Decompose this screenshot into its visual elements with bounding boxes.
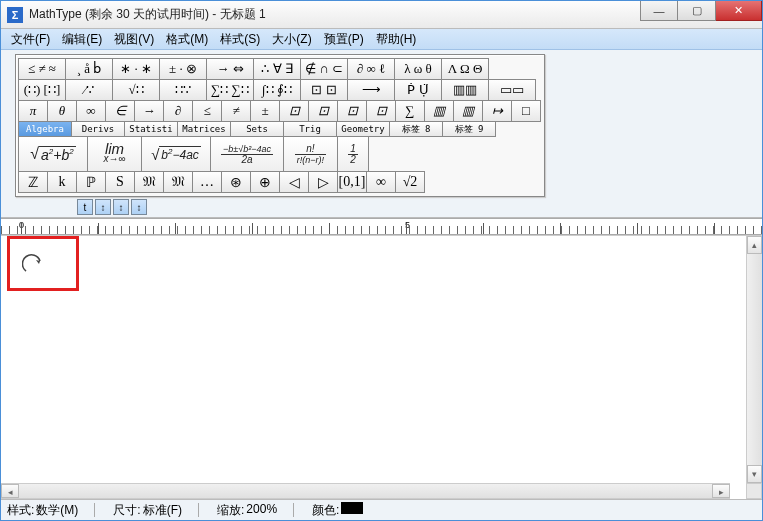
template-palette-btn-8[interactable]: Ṗ Ụ̈ [394,79,442,101]
vertical-scrollbar[interactable] [746,236,762,483]
template-quadratic[interactable]: −b±√b²−4ac2a [210,136,284,172]
spacing-btn-2[interactable]: ↕ [113,199,129,215]
template-palette-btn-3[interactable]: ∷∵ [159,79,207,101]
small-symbol-btn-16[interactable]: ↦ [482,100,512,122]
symbol-palette-btn-1[interactable]: ¸ å ḃ [65,58,113,80]
small-template-btn-3[interactable]: S [105,171,135,193]
highlight-box [7,236,79,291]
template-one-half[interactable]: 12 [337,136,369,172]
small-template-btn-7[interactable]: ⊛ [221,171,251,193]
menu-view[interactable]: 视图(V) [108,29,160,50]
template-palette-btn-7[interactable]: ⟶ [347,79,395,101]
status-color[interactable]: 颜色: [312,502,363,519]
minimize-button[interactable]: — [640,1,678,21]
menu-help[interactable]: 帮助(H) [370,29,423,50]
small-template-btn-4[interactable]: 𝔐 [134,171,164,193]
small-symbol-btn-1[interactable]: θ [47,100,77,122]
template-palette-btn-1[interactable]: ⁄∵ [65,79,113,101]
small-symbol-btn-12[interactable]: ⊡ [366,100,396,122]
small-symbol-btn-3[interactable]: ∈ [105,100,135,122]
menu-file[interactable]: 文件(F) [5,29,56,50]
symbol-palette-btn-4[interactable]: → ⇔ [206,58,254,80]
status-size[interactable]: 尺寸: 标准(F) [113,502,182,519]
status-style[interactable]: 样式: 数学(M) [7,502,78,519]
small-template-btn-8[interactable]: ⊕ [250,171,280,193]
ruler-ticks [1,226,762,234]
small-template-btn-10[interactable]: ▷ [308,171,338,193]
template-palette-btn-0[interactable]: (∷) [∷] [18,79,66,101]
palette-tab-derivs[interactable]: Derivs [71,121,125,137]
ruler[interactable]: 0 5 [1,218,762,235]
arc-above-symbol [22,253,46,277]
small-template-btn-6[interactable]: … [192,171,222,193]
symbol-palette-btn-2[interactable]: ∗ ∙ ∗ [112,58,160,80]
small-toolbar: t↕↕↕ [15,199,758,215]
symbol-palette-btn-0[interactable]: ≤ ≠ ≈ [18,58,66,80]
symbol-palette-btn-7[interactable]: ∂ ∞ ℓ [347,58,395,80]
menu-style[interactable]: 样式(S) [214,29,266,50]
palette-tab-sets[interactable]: Sets [230,121,284,137]
template-palette-btn-2[interactable]: √∷ [112,79,160,101]
small-symbol-btn-8[interactable]: ± [250,100,280,122]
menu-size[interactable]: 大小(Z) [266,29,317,50]
close-button[interactable]: ✕ [716,1,762,21]
small-template-btn-9[interactable]: ◁ [279,171,309,193]
small-symbol-btn-6[interactable]: ≤ [192,100,222,122]
template-sqrt-b2-4ac[interactable]: √b2−4ac [141,136,211,172]
small-symbol-btn-2[interactable]: ∞ [76,100,106,122]
template-palette-btn-5[interactable]: ∫∷ ∮∷ [253,79,301,101]
small-symbol-btn-15[interactable]: ▥ [453,100,483,122]
spacing-btn-1[interactable]: ↕ [95,199,111,215]
small-template-btn-1[interactable]: k [47,171,77,193]
editor-canvas[interactable] [1,235,762,483]
small-symbol-btn-10[interactable]: ⊡ [308,100,338,122]
template-palette-btn-9[interactable]: ▥▥ [441,79,489,101]
spacing-btn-0[interactable]: t [77,199,93,215]
color-swatch [341,502,363,514]
window-title: MathType (剩余 30 天的试用时间) - 无标题 1 [29,6,640,23]
small-symbol-btn-0[interactable]: π [18,100,48,122]
template-sqrt-a2-b2[interactable]: √a2+b2 [18,136,88,172]
palette-tab-matrices[interactable]: Matrices [177,121,231,137]
palette-tab-标签-9[interactable]: 标签 9 [442,121,496,137]
spacing-btn-3[interactable]: ↕ [131,199,147,215]
template-palette-btn-4[interactable]: ∑∷ ∑∷ [206,79,254,101]
palette-tab-algebra[interactable]: Algebra [18,121,72,137]
small-symbol-btn-7[interactable]: ≠ [221,100,251,122]
small-template-btn-2[interactable]: ℙ [76,171,106,193]
small-symbol-btn-5[interactable]: ∂ [163,100,193,122]
small-template-btn-12[interactable]: ∞ [366,171,396,193]
template-limit[interactable]: limx→∞ [87,136,142,172]
small-template-btn-0[interactable]: ℤ [18,171,48,193]
palette-tab-statisti[interactable]: Statisti [124,121,178,137]
symbol-palette-btn-9[interactable]: Λ Ω Θ [441,58,489,80]
palette-tab-geometry[interactable]: Geometry [336,121,390,137]
small-template-btn-11[interactable]: [0,1] [337,171,367,193]
symbol-palette-btn-3[interactable]: ± ∙ ⊗ [159,58,207,80]
template-palette-btn-6[interactable]: ⊡ ⊡ [300,79,348,101]
palette-tab-标签-8[interactable]: 标签 8 [389,121,443,137]
symbol-palette-btn-5[interactable]: ∴ ∀ ∃ [253,58,301,80]
small-symbol-btn-14[interactable]: ▥ [424,100,454,122]
small-symbol-btn-17[interactable]: □ [511,100,541,122]
symbol-palette-btn-8[interactable]: λ ω θ [394,58,442,80]
symbol-palette-btn-6[interactable]: ∉ ∩ ⊂ [300,58,348,80]
small-template-btn-13[interactable]: √2 [395,171,425,193]
small-symbol-btn-9[interactable]: ⊡ [279,100,309,122]
menu-edit[interactable]: 编辑(E) [56,29,108,50]
status-zoom[interactable]: 缩放: 200% [217,502,277,519]
palette-row-symbols-1: ≤ ≠ ≈¸ å ḃ∗ ∙ ∗± ∙ ⊗→ ⇔∴ ∀ ∃∉ ∩ ⊂∂ ∞ ℓλ … [19,58,541,79]
template-palette-btn-10[interactable]: ▭▭ [488,79,536,101]
small-symbol-btn-4[interactable]: → [134,100,164,122]
template-combination[interactable]: n!r!(n−r)! [283,136,338,172]
horizontal-scrollbar[interactable] [1,483,730,499]
palette-large-templates: √a2+b2 limx→∞ √b2−4ac −b±√b²−4ac2a n!r!(… [19,136,541,171]
maximize-button[interactable]: ▢ [678,1,716,21]
menu-preset[interactable]: 预置(P) [318,29,370,50]
menubar: 文件(F) 编辑(E) 视图(V) 格式(M) 样式(S) 大小(Z) 预置(P… [1,29,762,50]
small-symbol-btn-13[interactable]: ∑ [395,100,425,122]
small-template-btn-5[interactable]: 𝔐 [163,171,193,193]
small-symbol-btn-11[interactable]: ⊡ [337,100,367,122]
menu-format[interactable]: 格式(M) [160,29,214,50]
palette-tab-trig[interactable]: Trig [283,121,337,137]
